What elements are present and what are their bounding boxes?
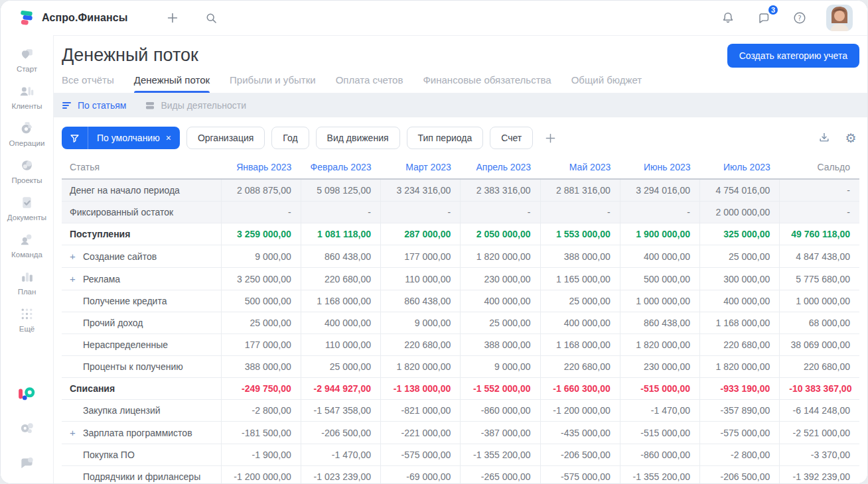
cell-value: 110 000,00 — [301, 334, 380, 356]
plan-icon — [19, 268, 35, 285]
cell-value: 2 881 316,00 — [540, 179, 620, 202]
column-month-7[interactable]: Июль 2023 — [700, 157, 780, 179]
column-month-2[interactable]: Февраль 2023 — [301, 157, 380, 179]
row-label-cell: Подрядчики и фрилансеры — [62, 466, 221, 484]
table-settings-gear-icon[interactable]: ⚙ — [843, 131, 858, 145]
row-label: Реклама — [83, 274, 120, 284]
sidebar-item-label: Команда — [11, 251, 42, 259]
cell-value: 1 081 118,00 — [301, 223, 380, 245]
cell-value: 25 000,00 — [461, 312, 540, 334]
sidebar-item-plan[interactable]: План — [1, 263, 53, 300]
row-label: Создание сайтов — [83, 251, 157, 262]
support-chat-icon[interactable] — [19, 454, 36, 474]
filter-chip-0[interactable]: Организация — [186, 127, 265, 149]
product-logo-icon[interactable] — [17, 385, 37, 405]
cell-value: 287 000,00 — [381, 223, 461, 245]
subtab-0[interactable]: По статьям — [62, 100, 126, 111]
table-row: Списания-249 750,00-2 944 927,00-1 138 0… — [62, 378, 859, 400]
cell-value: 1 820 000,00 — [620, 334, 699, 356]
table-row: Денег на начало периода2 088 875,005 098… — [62, 179, 859, 202]
subtab-1[interactable]: Виды деятельности — [145, 100, 246, 111]
expand-plus-icon[interactable]: + — [70, 427, 83, 438]
report-tabs: Все отчётыДенежный потокПрибыли и убытки… — [54, 68, 867, 93]
tab-report-0[interactable]: Все отчёты — [62, 74, 114, 93]
cell-value: -1 200 000,00 — [540, 400, 620, 422]
row-label: Зарплата программистов — [83, 428, 192, 438]
messages-chat-icon[interactable]: 3 — [755, 9, 773, 27]
user-avatar[interactable] — [826, 5, 853, 31]
sidebar-item-documents[interactable]: Документы — [1, 189, 53, 226]
tab-report-4[interactable]: Финансовые обязательства — [423, 74, 551, 93]
app-window: Аспро.Финансы 3 ? — [0, 0, 868, 484]
cell-value: 9 000,00 — [221, 245, 301, 268]
cell-value: -221 000,00 — [381, 422, 461, 444]
expand-plus-icon[interactable]: + — [70, 251, 83, 262]
column-month-6[interactable]: Июнь 2023 — [620, 157, 699, 179]
tab-report-2[interactable]: Прибыли и убытки — [230, 74, 316, 93]
cell-value: -1 547 358,00 — [301, 400, 380, 422]
filter-chip-3[interactable]: Тип периода — [407, 127, 484, 149]
cell-value: 9 000,00 — [461, 356, 540, 378]
row-label: Списания — [70, 383, 115, 394]
sidebar-item-label: Документы — [7, 213, 46, 221]
cell-value: 860 438,00 — [301, 245, 380, 268]
row-label: Подрядчики и фрилансеры — [83, 471, 200, 482]
table-row: +Реклама3 250 000,00220 680,00110 000,00… — [62, 268, 859, 290]
cell-value: -1 660 300,00 — [540, 378, 620, 400]
table-row: +Зарплата программистов-181 500,00-206 5… — [62, 422, 859, 444]
main-content: Денежный поток Создать категорию учета В… — [54, 35, 867, 483]
cell-value: -860 000,00 — [461, 400, 540, 422]
sidebar-item-projects[interactable]: Проекты — [1, 152, 53, 189]
cell-value: 300 000,00 — [700, 268, 780, 290]
create-category-button[interactable]: Создать категорию учета — [727, 44, 859, 68]
help-icon[interactable]: ? — [790, 9, 809, 27]
sidebar-item-start[interactable]: Старт — [1, 40, 53, 78]
row-label-cell: +Зарплата программистов — [62, 422, 221, 444]
cell-value: 500 000,00 — [221, 290, 301, 312]
add-filter-icon[interactable] — [541, 129, 559, 147]
sidebar-item-team[interactable]: Команда — [1, 226, 53, 263]
cell-value: -515 000,00 — [620, 422, 699, 444]
row-label-cell: Поступления — [62, 223, 221, 245]
column-month-3[interactable]: Март 2023 — [381, 157, 461, 179]
filter-preset-label: По умолчанию — [97, 133, 160, 143]
sidebar-item-clients[interactable]: Клиенты — [1, 78, 53, 115]
integrations-gear-icon[interactable] — [19, 420, 36, 440]
table-body: Денег на начало периода2 088 875,005 098… — [62, 179, 859, 483]
tab-report-3[interactable]: Оплата счетов — [336, 74, 403, 93]
search-icon[interactable] — [202, 9, 220, 27]
cell-value: 1 165 000,00 — [540, 268, 620, 290]
sidebar-item-operations[interactable]: Операции — [1, 115, 53, 152]
tab-report-5[interactable]: Общий бюджет — [571, 74, 642, 93]
cell-value: -206 500,00 — [700, 466, 780, 484]
global-add-icon[interactable] — [163, 9, 182, 27]
cell-value: -1 552 000,00 — [461, 378, 540, 400]
sidebar-item-more[interactable]: Ещё — [1, 300, 53, 337]
notifications-bell-icon[interactable] — [719, 9, 737, 27]
download-icon[interactable] — [817, 131, 832, 145]
cell-value: -2 944 927,00 — [301, 378, 380, 400]
tab-report-1[interactable]: Денежный поток — [134, 74, 210, 93]
cell-value: -181 500,00 — [221, 422, 301, 444]
cell-value: - — [381, 202, 461, 223]
cell-value: 49 760 118,00 — [780, 223, 859, 245]
row-label-cell: Получение кредита — [62, 290, 221, 312]
row-label-cell: Фиксированный остаток — [62, 202, 221, 223]
expand-plus-icon[interactable]: + — [70, 273, 83, 284]
row-label: Проценты к получению — [83, 361, 183, 372]
column-month-5[interactable]: Май 2023 — [540, 157, 620, 179]
filter-chip-1[interactable]: Год — [271, 127, 309, 149]
filter-chip-4[interactable]: Счет — [490, 127, 533, 149]
filter-preset-default[interactable]: По умолчанию × — [88, 127, 180, 149]
cell-value: -6 144 248,00 — [780, 400, 859, 422]
row-label: Получение кредита — [83, 296, 167, 306]
filter-funnel-icon[interactable] — [62, 127, 88, 149]
cell-value: - — [301, 202, 380, 223]
column-month-4[interactable]: Апрель 2023 — [461, 157, 540, 179]
column-month-1[interactable]: Январь 2023 — [221, 157, 301, 179]
page-title: Денежный поток — [62, 44, 198, 66]
cell-value: 388 000,00 — [540, 245, 620, 268]
remove-filter-icon[interactable]: × — [166, 133, 171, 143]
table-row: Покупка ПО-1 900,00-1 470,00-575 000,00-… — [62, 444, 859, 466]
filter-chip-2[interactable]: Вид движения — [316, 127, 400, 149]
